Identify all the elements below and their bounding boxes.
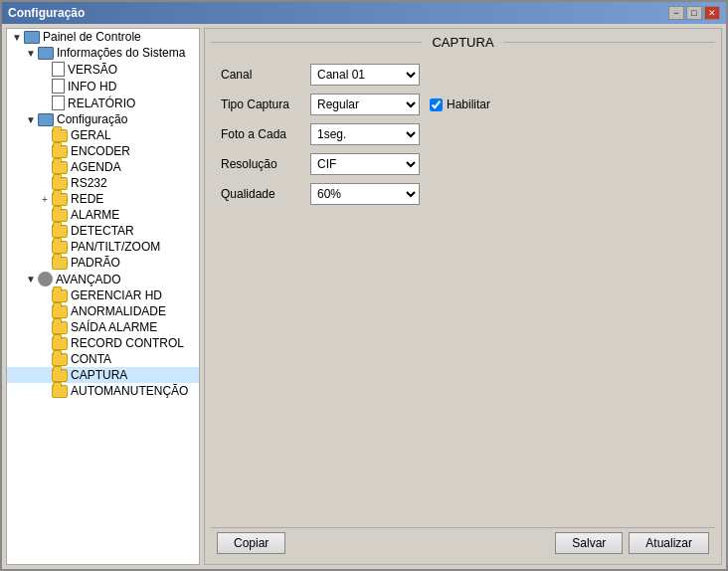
sidebar-item-alarme[interactable]: ALARME [7,207,199,223]
close-button[interactable]: ✕ [704,6,720,20]
geral-icon [52,129,68,142]
expand-icon-sistema: ▼ [25,47,37,59]
main-content: CAPTURA Canal Canal 01 Canal 02 Canal 03… [204,28,722,565]
sidebar-item-saidaalarme[interactable]: SAÍDA ALARME [7,319,199,335]
sidebar-label-infohd: INFO HD [68,80,116,94]
resolucao-label: Resolução [221,157,310,171]
habilitar-checkbox[interactable] [430,98,443,111]
spacer8 [39,209,51,221]
section-header: CAPTURA [211,35,715,50]
spacer12 [39,289,51,301]
sidebar-label-config: Configuração [57,112,127,126]
recordcontrol-icon [52,337,68,350]
resolucao-select[interactable]: CIF HD1 D1 [310,153,420,175]
sidebar-item-conta[interactable]: CONTA [7,351,199,367]
save-button[interactable]: Salvar [555,532,623,554]
foto-a-cada-select[interactable]: 1seg. 2seg. 3seg. 5seg. 10seg. [310,123,420,145]
sidebar-label-conta: CONTA [71,352,111,366]
sidebar-label-sistema: Informações do Sistema [57,46,185,60]
header-line-left [211,42,422,43]
title-bar-controls: − □ ✕ [668,6,720,20]
rede-icon [52,193,68,206]
automanutencao-icon [52,385,68,398]
minimize-button[interactable]: − [668,6,684,20]
sidebar-label-alarme: ALARME [71,208,119,222]
sidebar-item-padrao[interactable]: PADRÃO [7,255,199,271]
sidebar-label-versao: VERSÃO [68,63,117,77]
conta-icon [52,353,68,366]
canal-row: Canal Canal 01 Canal 02 Canal 03 Canal 0… [221,64,705,86]
copy-button[interactable]: Copiar [217,532,285,554]
spacer16 [39,353,51,365]
sidebar-item-encoder[interactable]: ENCODER [7,143,199,159]
versao-icon [52,62,65,77]
alarme-icon [52,209,68,222]
sidebar-item-captura[interactable]: CAPTURA [7,367,199,383]
spacer3 [39,97,51,109]
sidebar-item-automanutencao[interactable]: AUTOMANUTENÇÃO [7,383,199,399]
form-area: Canal Canal 01 Canal 02 Canal 03 Canal 0… [211,60,715,527]
sidebar-item-infohd[interactable]: INFO HD [7,78,199,95]
infohd-icon [52,79,65,94]
expand-icon-config: ▼ [25,113,37,125]
sidebar-label-anormalidade: ANORMALIDADE [71,304,166,318]
spacer5 [39,145,51,157]
sidebar-item-detectar[interactable]: DETECTAR [7,223,199,239]
config-icon [38,113,54,126]
tipo-captura-select[interactable]: Regular Movimento Alarme [310,94,420,115]
spacer15 [39,337,51,349]
expand-icon-rede: + [39,193,51,205]
tipo-captura-label: Tipo Captura [221,97,310,111]
sidebar-item-geral[interactable]: GERAL [7,127,199,143]
sidebar-label-rede: REDE [71,192,103,206]
spacer10 [39,241,51,253]
spacer4 [39,129,51,141]
gerenciarhd-icon [52,289,68,302]
qualidade-label: Qualidade [221,187,310,201]
sidebar-label-pantiltzoom: PAN/TILT/ZOOM [71,240,160,254]
window-title: Configuração [8,6,85,20]
spacer6 [39,161,51,173]
resolucao-row: Resolução CIF HD1 D1 [221,153,705,175]
section-title: CAPTURA [432,35,493,50]
sidebar-label-automanutencao: AUTOMANUTENÇÃO [71,384,188,398]
maximize-button[interactable]: □ [686,6,702,20]
sidebar-item-configuracao[interactable]: ▼ Configuração [7,111,199,127]
sidebar-item-gerenciarhd[interactable]: GERENCIAR HD [7,287,199,303]
sidebar-label-gerenciarhd: GERENCIAR HD [71,288,162,302]
right-buttons: Salvar Atualizar [555,532,709,554]
sidebar-label-relatorio: RELATÓRIO [68,96,135,110]
sidebar-item-recordcontrol[interactable]: RECORD CONTROL [7,335,199,351]
spacer7 [39,177,51,189]
sidebar-item-rs232[interactable]: RS232 [7,175,199,191]
sidebar-item-pantiltzoom[interactable]: PAN/TILT/ZOOM [7,239,199,255]
sidebar-label-recordcontrol: RECORD CONTROL [71,336,184,350]
sidebar-item-rede[interactable]: + REDE [7,191,199,207]
sidebar: ▼ Painel de Controle ▼ Informações do Si… [6,28,200,565]
rs232-icon [52,177,68,190]
sidebar-item-anormalidade[interactable]: ANORMALIDADE [7,303,199,319]
sidebar-item-relatorio[interactable]: RELATÓRIO [7,95,199,111]
captura-icon [52,369,68,382]
sidebar-label-encoder: ENCODER [71,144,130,158]
sidebar-item-versao[interactable]: VERSÃO [7,61,199,78]
sidebar-label-geral: GERAL [71,128,111,142]
sidebar-item-agenda[interactable]: AGENDA [7,159,199,175]
avancado-icon [38,272,53,286]
sidebar-label-captura: CAPTURA [71,368,127,382]
expand-icon: ▼ [11,31,23,43]
qualidade-select[interactable]: 60% 70% 80% 90% 100% [310,183,420,205]
sistema-icon [38,47,54,60]
spacer11 [39,257,51,269]
sidebar-item-painel[interactable]: ▼ Painel de Controle [7,29,199,45]
tipo-captura-row: Tipo Captura Regular Movimento Alarme Ha… [221,94,705,115]
sidebar-label-detectar: DETECTAR [71,224,134,238]
detectar-icon [52,225,68,238]
refresh-button[interactable]: Atualizar [629,532,709,554]
canal-select[interactable]: Canal 01 Canal 02 Canal 03 Canal 04 [310,64,420,86]
sidebar-item-avancado[interactable]: ▼ AVANÇADO [7,271,199,287]
sidebar-item-sistema[interactable]: ▼ Informações do Sistema [7,45,199,61]
expand-icon-avancado: ▼ [25,274,37,286]
header-line-right [504,42,715,43]
spacer2 [39,81,51,93]
